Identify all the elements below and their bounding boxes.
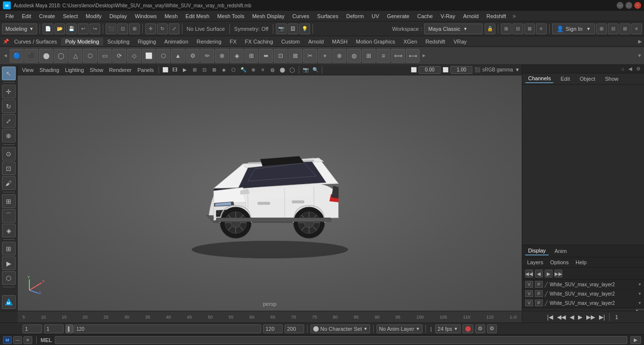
open-file-btn[interactable]: 📂	[54, 23, 65, 34]
shelf-icon-5[interactable]: △	[68, 49, 82, 63]
shelf-tab-mash[interactable]: MASH	[328, 38, 352, 46]
layer-p-1[interactable]: P	[535, 281, 543, 288]
menu-mesh-display[interactable]: Mesh Display	[249, 12, 288, 20]
move-btn[interactable]: ✛	[145, 23, 156, 34]
vp-menu-shading[interactable]: Shading	[37, 67, 62, 73]
current-frame-field[interactable]: 1	[44, 324, 64, 333]
lasso-btn[interactable]: ⊡	[117, 23, 128, 34]
vp-icon-14[interactable]: ◯	[288, 66, 297, 74]
universal-manipulator-btn[interactable]: ⊕	[2, 129, 16, 142]
anim-layer-dropdown[interactable]: No Anim Layer ▼	[377, 324, 422, 333]
shelf-icon-28[interactable]: ⟷	[406, 49, 420, 63]
timeline-ruler[interactable]: 5 10 15 20 25 30 35 40 45 50 55 60 65 70…	[18, 311, 522, 322]
menu-surfaces[interactable]: Surfaces	[314, 12, 342, 20]
shelf-tab-custom[interactable]: Custom	[277, 38, 304, 46]
shelf-tab-rigging[interactable]: Rigging	[134, 38, 160, 46]
channel-tab-channels[interactable]: Channels	[525, 74, 554, 83]
plugin-btn4[interactable]: ≡	[536, 23, 547, 34]
vp-icon-6[interactable]: ⊠	[210, 66, 219, 74]
shelf-icon-1[interactable]: 🔵	[10, 49, 23, 63]
shelf-icon-6[interactable]: ⬡	[83, 49, 97, 63]
vp-icon-8[interactable]: ⬡	[229, 66, 238, 74]
gamma-value-input[interactable]	[450, 66, 472, 74]
vp-icon-15[interactable]: 📷	[301, 66, 310, 74]
shelf-tab-curves[interactable]: Curves / Surfaces	[10, 38, 61, 46]
display-ctrl-next2-btn[interactable]: ▶▶	[555, 270, 562, 277]
save-btn[interactable]: 💾	[66, 23, 77, 34]
scale-tool-btn[interactable]: ⤢	[2, 114, 16, 128]
shelf-icon-14[interactable]: ✏	[200, 49, 214, 63]
play-prev-btn[interactable]: ◀◀	[556, 313, 567, 322]
panel-back-btn[interactable]: ◀	[627, 66, 634, 72]
display-tab-anim[interactable]: Anim	[552, 247, 570, 255]
character-set-dropdown[interactable]: ⬤ No Character Set ▼	[311, 324, 370, 333]
shelf-icon-24[interactable]: ◍	[347, 49, 361, 63]
close-button[interactable]: ✕	[634, 2, 641, 9]
shelf-tab-poly[interactable]: Poly Modeling	[61, 38, 103, 46]
vp-icon-4[interactable]: ⊞	[190, 66, 199, 74]
shelf-tab-redshift[interactable]: Redshift	[422, 38, 449, 46]
menu-select[interactable]: Select	[60, 12, 82, 20]
menu-create[interactable]: Create	[36, 12, 59, 20]
shelf-icon-17[interactable]: ⊞	[244, 49, 258, 63]
new-file-btn[interactable]: 📄	[43, 23, 53, 34]
snap-surface-btn[interactable]: ◈	[2, 224, 16, 237]
vp-menu-panels[interactable]: Panels	[135, 67, 156, 73]
camera-layout-btn[interactable]: ⊞	[2, 242, 16, 255]
shelf-icon-8[interactable]: ⟳	[112, 49, 126, 63]
display-ctrl-prev-btn[interactable]: ◀◀	[525, 270, 533, 277]
scene-prefs-btn[interactable]: ⚙	[487, 324, 497, 333]
menu-modify[interactable]: Modify	[82, 12, 105, 20]
auto-key-btn[interactable]: ⬤	[463, 324, 473, 333]
shelf-icon-2[interactable]: ⬛	[24, 49, 38, 63]
viewport[interactable]: persp X Y Z	[18, 75, 522, 311]
cmd-execute-btn[interactable]: ▶	[630, 336, 641, 344]
light-btn[interactable]: 💡	[299, 23, 310, 34]
menu-generate[interactable]: Generate	[383, 12, 413, 20]
start-frame-field[interactable]: 1	[22, 324, 42, 333]
vp-icon-1[interactable]: ⬜	[161, 66, 170, 74]
maya-icon-btn[interactable]: M	[3, 336, 12, 344]
lock-btn[interactable]: 🔒	[485, 23, 495, 34]
menu-file[interactable]: File	[2, 12, 18, 20]
toolbar-extra3[interactable]: ⊞	[620, 23, 630, 34]
vp-menu-lighting[interactable]: Lighting	[63, 67, 87, 73]
shelf-tab-vray[interactable]: VRay	[449, 38, 470, 46]
soft-select-btn[interactable]: ⊙	[2, 147, 16, 161]
vp-menu-show[interactable]: Show	[88, 67, 106, 73]
menu-vray[interactable]: V-Ray	[437, 12, 459, 20]
menu-more[interactable]: »	[512, 13, 516, 20]
mode-dropdown[interactable]: Modeling ▼	[2, 23, 37, 34]
menu-edit[interactable]: Edit	[19, 12, 35, 20]
render-view-btn[interactable]: ▶	[2, 256, 16, 270]
vp-icon-9[interactable]: 🔦	[239, 66, 248, 74]
vp-icon-2[interactable]: 🎞	[171, 66, 179, 74]
plugin-btn3[interactable]: ⊠	[524, 23, 535, 34]
toolbar-extra2[interactable]: ⊟	[608, 23, 619, 34]
vp-menu-view[interactable]: View	[20, 67, 36, 73]
select-btn[interactable]: ⬛	[106, 23, 116, 34]
workspace-dropdown[interactable]: Maya Classic ▼	[424, 23, 483, 34]
paint-btn[interactable]: ⊞	[129, 23, 140, 34]
layer-v-2[interactable]: V	[525, 290, 533, 297]
shelf-left-arrow[interactable]: ◀	[2, 49, 9, 63]
shelf-tab-sculpting[interactable]: Sculpting	[104, 38, 133, 46]
shelf-icon-9[interactable]: ◇	[127, 49, 141, 63]
rotate-btn[interactable]: ↻	[157, 23, 168, 34]
frame-range-slider[interactable]: ▌ 120	[66, 324, 261, 333]
vp-icon-13[interactable]: ⬤	[278, 66, 287, 74]
move-tool-btn[interactable]: ✛	[2, 85, 16, 98]
play-prev-frame-btn[interactable]: ◀	[569, 313, 575, 322]
channel-tab-show[interactable]: Show	[602, 75, 622, 83]
maximize-button[interactable]: □	[625, 2, 632, 9]
anim-prefs-btn[interactable]: ⚙	[475, 324, 485, 333]
play-fwd-btn[interactable]: ▶▶	[585, 313, 596, 322]
vp-icon-7[interactable]: ◈	[220, 66, 228, 74]
shelf-icon-4[interactable]: ◯	[54, 49, 67, 63]
camera-btn[interactable]: 📷	[276, 23, 287, 34]
shelf-right-arrow[interactable]: ▶	[421, 49, 427, 63]
title-controls[interactable]: — □ ✕	[617, 2, 641, 9]
shelf-icon-20[interactable]: ⊠	[289, 49, 302, 63]
menu-uv[interactable]: UV	[368, 12, 382, 20]
shelf-tab-fx[interactable]: FX	[226, 38, 241, 46]
